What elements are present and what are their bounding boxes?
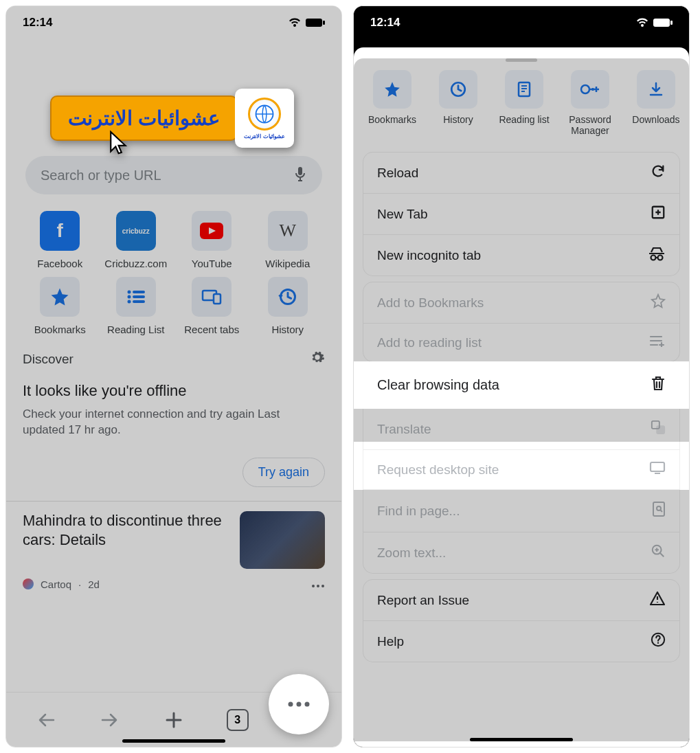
gear-icon[interactable] [310, 350, 325, 368]
menu-group-1: Reload New Tab New incognito tab [363, 153, 679, 276]
star-outline-icon [651, 293, 666, 312]
overflow-menu-button[interactable] [269, 674, 329, 734]
article-meta: Cartoq · 2d [6, 569, 341, 600]
offline-body: Check your internet connection and try a… [23, 407, 325, 438]
menu-report-issue[interactable]: Report an Issue [363, 580, 679, 620]
menu-incognito[interactable]: New incognito tab [363, 234, 679, 276]
chip-readinglist[interactable]: Reading list [495, 70, 553, 136]
trash-icon [651, 375, 666, 395]
quick-action-readinglist[interactable]: Reading List [102, 277, 171, 336]
divider [6, 501, 341, 502]
svg-point-24 [581, 85, 589, 93]
quick-site-youtube[interactable]: YouTube [177, 211, 247, 270]
desktop-icon [649, 461, 666, 478]
menu-request-desktop[interactable]: Request desktop site [363, 449, 679, 489]
new-tab-button[interactable] [159, 705, 189, 735]
back-button[interactable] [31, 705, 61, 735]
star-icon [373, 70, 411, 109]
banner-text: عشوائيات الانترنت [50, 95, 238, 141]
menu-clear-browsing-data[interactable]: Clear browsing data [354, 361, 689, 409]
search-placeholder: Search or type URL [41, 168, 161, 183]
mic-icon[interactable] [293, 166, 307, 186]
svg-point-28 [658, 256, 663, 260]
menu-add-readinglist[interactable]: Add to reading list [363, 323, 679, 361]
svg-rect-9 [133, 295, 145, 298]
help-icon [651, 632, 666, 651]
menu-help[interactable]: Help [363, 620, 679, 662]
status-bar: 12:14 [354, 6, 689, 39]
feed-article[interactable]: Mahindra to discontinue three cars: Deta… [6, 511, 341, 569]
svg-point-27 [651, 256, 656, 260]
try-again-button[interactable]: Try again [242, 458, 325, 487]
chip-passwordmanager[interactable]: Password Manager [561, 70, 619, 136]
article-title: Mahindra to discontinue three cars: Deta… [23, 511, 230, 569]
article-source: Cartoq [41, 578, 71, 590]
quick-action-recenttabs[interactable]: Recent tabs [177, 277, 247, 336]
overlay-banner: عشوائيات الانترنت عشوائيات الانترنت [50, 89, 294, 148]
article-more-icon[interactable] [311, 578, 325, 590]
menu-group-4: Report an Issue Help [363, 580, 679, 662]
menu-chip-row: Bookmarks History Reading list Password … [354, 70, 689, 146]
left-phone-screenshot: 12:14 عشوائيات الانترنت عشوائيات الانترن… [5, 5, 342, 748]
wifi-icon [288, 17, 302, 28]
quick-action-bookmarks[interactable]: Bookmarks [25, 277, 95, 336]
youtube-icon [192, 211, 232, 251]
offline-heading: It looks like you're offline [23, 382, 325, 400]
svg-rect-32 [653, 502, 664, 516]
menu-find-in-page[interactable]: Find in page... [363, 489, 679, 532]
chip-history[interactable]: History [429, 70, 487, 136]
tab-switcher-button[interactable]: 3 [223, 705, 253, 735]
svg-rect-1 [323, 21, 325, 25]
quick-site-cricbuzz[interactable]: cricbuzz Cricbuzz.com [102, 211, 171, 270]
svg-point-17 [289, 702, 293, 707]
search-bar[interactable]: Search or type URL [25, 156, 322, 194]
key-icon [571, 70, 609, 109]
chip-downloads[interactable]: Downloads [627, 70, 685, 136]
plus-box-icon [651, 205, 666, 223]
list-add-icon [649, 335, 666, 350]
quick-site-facebook[interactable]: f Facebook [25, 211, 95, 270]
cursor-icon [108, 130, 131, 160]
banner-logo: عشوائيات الانترنت [235, 89, 294, 148]
battery-icon [653, 18, 673, 27]
source-favicon [23, 578, 34, 589]
sheet-grabber[interactable] [506, 58, 537, 62]
star-icon [40, 277, 80, 317]
svg-point-16 [321, 585, 324, 587]
right-phone-screenshot: 12:14 Bookmarks History [353, 5, 690, 748]
wikipedia-icon: W [268, 211, 308, 251]
menu-newtab[interactable]: New Tab [363, 193, 679, 234]
svg-rect-20 [653, 19, 670, 27]
svg-rect-8 [133, 291, 145, 293]
menu-group-2: Add to Bookmarks Add to reading list [363, 282, 679, 361]
svg-rect-3 [298, 167, 302, 175]
wifi-icon [635, 17, 649, 28]
chip-bookmarks[interactable]: Bookmarks [363, 70, 421, 136]
forward-button[interactable] [95, 705, 125, 735]
cricbuzz-icon: cricbuzz [116, 211, 156, 251]
menu-translate[interactable]: Translate [363, 409, 679, 449]
discover-title: Discover [23, 352, 74, 367]
find-icon [652, 501, 666, 521]
menu-reload[interactable]: Reload [363, 153, 679, 193]
menu-group-3: Translate Request desktop site Find in p… [363, 409, 679, 573]
svg-point-18 [297, 702, 302, 707]
warning-icon [649, 591, 666, 609]
svg-rect-0 [306, 19, 322, 27]
discover-header: Discover [6, 336, 341, 375]
menu-zoom-text[interactable]: Zoom text... [363, 532, 679, 573]
zoom-icon [651, 543, 666, 562]
menu-add-bookmarks[interactable]: Add to Bookmarks [363, 282, 679, 323]
incognito-icon [648, 246, 666, 265]
quick-sites: f Facebook cricbuzz Cricbuzz.com YouTube… [6, 194, 341, 336]
devices-icon [192, 277, 232, 317]
quick-action-history[interactable]: History [253, 277, 323, 336]
quick-site-wikipedia[interactable]: W Wikipedia [253, 211, 323, 270]
history-icon [268, 277, 308, 317]
home-indicator [470, 738, 573, 741]
svg-point-19 [305, 702, 310, 707]
battery-icon [306, 18, 325, 27]
svg-point-14 [312, 585, 315, 587]
svg-point-6 [127, 295, 131, 299]
list-icon [116, 277, 156, 317]
